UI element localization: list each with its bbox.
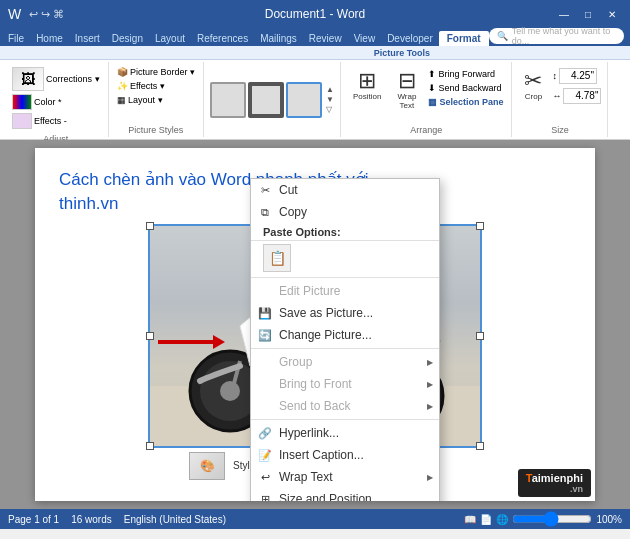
tab-mailings[interactable]: Mailings — [254, 31, 303, 46]
handle-bl[interactable] — [146, 442, 154, 450]
watermark: Taimienphi .vn — [518, 469, 591, 497]
color-button[interactable]: Color * — [10, 93, 64, 111]
window-title: Document1 - Word — [265, 7, 365, 21]
arrow-indicator — [158, 335, 225, 349]
language-info: English (United States) — [124, 514, 226, 525]
picture-tools-bar: Picture Tools — [0, 46, 630, 60]
copy-icon: ⧉ — [257, 204, 273, 220]
tab-file[interactable]: File — [2, 31, 30, 46]
tab-format[interactable]: Format — [439, 31, 489, 46]
handle-br[interactable] — [476, 442, 484, 450]
close-button[interactable]: ✕ — [602, 4, 622, 24]
handle-ml[interactable] — [146, 332, 154, 340]
words-info: 16 words — [71, 514, 112, 525]
paste-icons-row: 📋 — [251, 241, 439, 275]
cm-hyperlink[interactable]: 🔗 Hyperlink... — [251, 422, 439, 444]
zoom-slider[interactable] — [512, 514, 592, 524]
picture-styles-label: Picture Styles — [128, 123, 183, 135]
picture-border-button[interactable]: 📦 Picture Border ▾ — [115, 66, 198, 78]
word-icon: W — [8, 6, 21, 22]
tab-view[interactable]: View — [348, 31, 382, 46]
ribbon: 🖼 Corrections ▾ Color * Effects - Adjust… — [0, 60, 630, 140]
cm-wrap-text[interactable]: ↩ Wrap Text — [251, 466, 439, 488]
position-button[interactable]: ⊞ Position — [347, 66, 387, 114]
minimize-button[interactable]: — — [554, 4, 574, 24]
cm-insert-caption[interactable]: 📝 Insert Caption... — [251, 444, 439, 466]
view-print[interactable]: 📄 — [480, 514, 492, 525]
width-input[interactable] — [563, 88, 601, 104]
effects-label: Effects - — [34, 116, 67, 126]
hyperlink-icon: 🔗 — [257, 425, 273, 441]
style-thumb-1[interactable] — [210, 82, 246, 118]
scroll-more[interactable]: ▽ — [326, 105, 334, 114]
tell-me-input[interactable]: Tell me what you want to do... — [512, 26, 616, 46]
page-info: Page 1 of 1 — [8, 514, 59, 525]
ribbon-group-arrange: ⊞ Position ⊟ Wrap Text ⬆Bring Forward ⬇S… — [341, 62, 512, 137]
paste-icon-1[interactable]: 📋 — [263, 244, 291, 272]
cm-bring-front: Bring to Front — [251, 373, 439, 395]
title-bar: W ↩ ↪ ⌘ Document1 - Word — □ ✕ — [0, 0, 630, 28]
cm-copy[interactable]: ⧉ Copy — [251, 201, 439, 223]
artistic-effects-button[interactable]: Effects - — [10, 112, 69, 130]
ribbon-tabs-row: File Home Insert Design Layout Reference… — [0, 28, 630, 46]
handle-tl[interactable] — [146, 222, 154, 230]
wrap-icon: ↩ — [257, 469, 273, 485]
corrections-button[interactable]: 🖼 Corrections ▾ — [10, 66, 102, 92]
color-label: Color * — [34, 97, 62, 107]
style-scroll: ▲ ▼ ▽ — [326, 85, 334, 114]
handle-mr[interactable] — [476, 332, 484, 340]
paste-options-header: Paste Options: — [251, 223, 439, 241]
cm-save-as[interactable]: 💾 Save as Picture... — [251, 302, 439, 324]
picture-layout-button[interactable]: ▦ Layout ▾ — [115, 94, 198, 106]
style-thumb-2[interactable] — [248, 82, 284, 118]
quick-access: ↩ ↪ ⌘ — [29, 8, 64, 21]
picture-tools-label: Picture Tools — [374, 48, 430, 58]
status-bar: Page 1 of 1 16 words English (United Sta… — [0, 509, 630, 529]
cm-send-back: Send to Back — [251, 395, 439, 417]
cm-cut[interactable]: ✂ Cut — [251, 179, 439, 201]
change-icon: 🔄 — [257, 327, 273, 343]
arrange-group-label: Arrange — [410, 123, 442, 135]
cm-change-picture[interactable]: 🔄 Change Picture... — [251, 324, 439, 346]
size-group-label: Size — [551, 123, 569, 135]
caption-icon: 📝 — [257, 447, 273, 463]
tab-developer[interactable]: Developer — [381, 31, 439, 46]
wrap-text-button[interactable]: ⊟ Wrap Text — [391, 66, 422, 114]
handle-tr[interactable] — [476, 222, 484, 230]
title-bar-left: W ↩ ↪ ⌘ — [8, 6, 64, 22]
height-input[interactable] — [559, 68, 597, 84]
context-menu: ✂ Cut ⧉ Copy Paste Options: 📋 Edit Pictu… — [250, 178, 440, 501]
cm-group: Group — [251, 351, 439, 373]
ribbon-group-adjust: 🖼 Corrections ▾ Color * Effects - Adjust — [4, 62, 109, 137]
cm-size-position[interactable]: ⊞ Size and Position... — [251, 488, 439, 501]
maximize-button[interactable]: □ — [578, 4, 598, 24]
view-read[interactable]: 📖 — [464, 514, 476, 525]
cm-edit-picture: Edit Picture — [251, 280, 439, 302]
ribbon-group-style-thumbs: ▲ ▼ ▽ — [204, 62, 341, 137]
tab-review[interactable]: Review — [303, 31, 348, 46]
document-area: Cách chèn ảnh vào Word nhanh nhất với th… — [0, 140, 630, 509]
view-web[interactable]: 🌐 — [496, 514, 508, 525]
picture-effects-button[interactable]: ✨ Effects ▾ — [115, 80, 198, 92]
title-bar-controls: — □ ✕ — [554, 4, 622, 24]
style-thumb-3[interactable] — [286, 82, 322, 118]
width-input-row: ↔ — [552, 88, 601, 104]
tab-design[interactable]: Design — [106, 31, 149, 46]
ribbon-group-size: ✂ Crop ↕ ↔ Size — [512, 62, 608, 137]
document-page: Cách chèn ảnh vào Word nhanh nhất với th… — [35, 148, 595, 501]
bring-forward-button[interactable]: ⬆Bring Forward — [426, 68, 505, 80]
crop-button[interactable]: ✂ Crop — [518, 66, 548, 105]
scroll-up[interactable]: ▲ — [326, 85, 334, 94]
sep1 — [251, 277, 439, 278]
tab-references[interactable]: References — [191, 31, 254, 46]
zoom-level: 100% — [596, 514, 622, 525]
style-button[interactable]: 🎨 — [189, 452, 225, 480]
sep2 — [251, 348, 439, 349]
tab-layout[interactable]: Layout — [149, 31, 191, 46]
tab-insert[interactable]: Insert — [69, 31, 106, 46]
tab-home[interactable]: Home — [30, 31, 69, 46]
selection-pane-button[interactable]: ▦Selection Pane — [426, 96, 505, 108]
scroll-down[interactable]: ▼ — [326, 95, 334, 104]
svg-point-3 — [220, 381, 240, 401]
send-backward-button[interactable]: ⬇Send Backward — [426, 82, 505, 94]
